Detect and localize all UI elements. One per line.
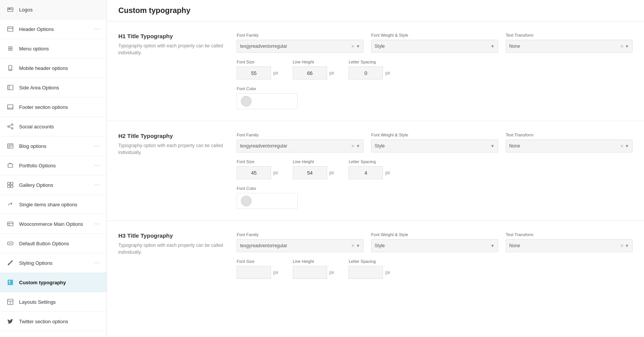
h3-section-left: H3 Title Typography Typography option wi… — [118, 232, 225, 286]
h1-font-family-clear[interactable]: × — [351, 43, 354, 49]
h2-font-family-clear[interactable]: × — [351, 143, 354, 149]
sidebar-item-menu-options[interactable]: Menu options — [0, 39, 107, 58]
h2-font-color-section: Font Color — [237, 186, 633, 209]
button-icon — [6, 239, 15, 248]
sidebar-item-footer[interactable]: Footer section options — [0, 97, 107, 117]
h2-letter-spacing-wrap: px — [349, 166, 390, 179]
h2-text-transform-clear[interactable]: × — [620, 143, 623, 149]
h1-font-family-arrow: ▼ — [356, 44, 360, 49]
sidebar: Logos Header Options ··· Menu options Mo… — [0, 0, 107, 337]
sidebar-item-logos[interactable]: Logos — [0, 0, 107, 19]
h2-letter-spacing-input[interactable] — [349, 166, 383, 179]
h1-font-size-group: Font Size px — [237, 60, 278, 79]
h3-line-height-wrap: px — [293, 266, 334, 279]
sidebar-item-menu-label: Menu options — [19, 46, 100, 52]
h2-letter-spacing-unit: px — [385, 170, 390, 175]
mobile-icon — [6, 64, 15, 72]
h1-text-transform-select[interactable]: None — [509, 44, 620, 49]
sidebar-item-portfolio[interactable]: Portfolio Options ··· — [0, 156, 107, 175]
sidebar-item-twitter[interactable]: Twitter section options — [0, 312, 107, 331]
h2-line-height-input[interactable] — [293, 166, 327, 179]
h1-section-right: Font Family texgyreadventorregular × ▼ F… — [237, 33, 633, 109]
h3-font-family-arrow: ▼ — [356, 243, 360, 248]
h3-font-size-wrap: px — [237, 266, 278, 279]
svg-rect-9 — [9, 65, 12, 71]
sidebar-item-blog[interactable]: Blog options ··· — [0, 136, 107, 156]
h2-color-swatch[interactable] — [237, 193, 298, 209]
svg-rect-28 — [8, 185, 10, 188]
sidebar-item-custom-typography[interactable]: T Custom typography — [0, 273, 107, 292]
h3-line-height-group: Line Height px — [293, 259, 334, 279]
h3-text-transform-select[interactable]: None — [509, 243, 620, 248]
h1-color-swatch[interactable] — [237, 93, 298, 109]
h3-line-height-label: Line Height — [293, 259, 334, 264]
h2-text-transform-select[interactable]: None — [509, 143, 620, 149]
portfolio-icon — [6, 161, 15, 170]
share-icon — [6, 200, 15, 209]
h3-font-weight-select[interactable]: Style — [374, 243, 490, 248]
side-area-icon — [6, 83, 15, 92]
h1-font-weight-select[interactable]: Style — [374, 44, 490, 49]
sidebar-item-styling-label: Styling Options — [19, 260, 94, 266]
h1-row1: Font Family texgyreadventorregular × ▼ F… — [237, 33, 633, 53]
h3-font-family-select-wrapper[interactable]: texgyreadventorregular × ▼ — [237, 239, 363, 252]
twitter-icon — [6, 317, 15, 326]
sidebar-item-styling[interactable]: Styling Options ··· — [0, 253, 107, 273]
sidebar-item-social[interactable]: Social accounts — [0, 117, 107, 136]
h2-font-size-unit: px — [273, 170, 278, 175]
sidebar-item-side-area[interactable]: Side Area Options — [0, 78, 107, 97]
svg-point-17 — [8, 126, 9, 127]
sidebar-item-custom-fonts[interactable]: Aa Custom fonts — [0, 331, 107, 337]
h2-text-transform-select-wrapper[interactable]: None × ▼ — [506, 139, 633, 152]
h1-font-color-label: Font Color — [237, 86, 633, 91]
h2-section-right: Font Family texgyreadventorregular × ▼ F… — [237, 133, 633, 209]
h2-font-family-select[interactable]: texgyreadventorregular — [240, 143, 351, 149]
h3-text-transform-arrow: ▼ — [625, 243, 629, 248]
sidebar-item-layouts[interactable]: Layouts Settings — [0, 292, 107, 312]
h1-font-weight-select-wrapper[interactable]: Style ▼ — [371, 40, 498, 53]
h2-font-family-select-wrapper[interactable]: texgyreadventorregular × ▼ — [237, 139, 363, 152]
h3-font-weight-arrow: ▼ — [491, 243, 495, 248]
h3-font-size-label: Font Size — [237, 259, 278, 264]
h3-letter-spacing-input[interactable] — [349, 266, 383, 279]
sidebar-item-header-options[interactable]: Header Options ··· — [0, 19, 107, 39]
sidebar-item-gallery[interactable]: Gallery Options ··· — [0, 175, 107, 195]
h2-line-height-unit: px — [329, 170, 334, 175]
svg-rect-12 — [8, 85, 13, 90]
h3-row1: Font Family texgyreadventorregular × ▼ F… — [237, 232, 633, 252]
h3-line-height-input[interactable] — [293, 266, 327, 279]
h3-text-transform-label: Text Transform — [506, 232, 633, 237]
h1-letter-spacing-wrap: px — [349, 66, 390, 79]
h2-text-transform-arrow: ▼ — [625, 144, 629, 148]
h3-font-family-select[interactable]: texgyreadventorregular — [240, 243, 351, 248]
h3-letter-spacing-group: Letter Spacing px — [349, 259, 390, 279]
sidebar-item-single-items[interactable]: Single items share options — [0, 195, 107, 214]
sidebar-item-default-button[interactable]: Default Button Options — [0, 234, 107, 253]
h2-font-weight-select-wrapper[interactable]: Style ▼ — [371, 139, 498, 152]
h2-font-weight-select[interactable]: Style — [374, 143, 490, 149]
h1-font-family-select-wrapper[interactable]: texgyreadventorregular × ▼ — [237, 40, 363, 53]
h3-font-size-input[interactable] — [237, 266, 271, 279]
h1-font-size-input[interactable] — [237, 66, 271, 79]
sidebar-item-gallery-label: Gallery Options — [19, 182, 94, 188]
sidebar-item-woocommerce[interactable]: Woocommerce Main Options ··· — [0, 214, 107, 234]
h3-font-weight-label: Font Weight & Style — [371, 232, 498, 237]
h3-font-family-clear[interactable]: × — [351, 243, 354, 249]
h2-font-size-wrap: px — [237, 166, 278, 179]
h3-text-transform-clear[interactable]: × — [620, 243, 623, 249]
sidebar-item-mobile-header[interactable]: Mobile header options — [0, 58, 107, 78]
h1-text-transform-arrow: ▼ — [625, 44, 629, 49]
h1-text-transform-select-wrapper[interactable]: None × ▼ — [506, 40, 633, 53]
h1-line-height-input[interactable] — [293, 66, 327, 79]
h3-font-weight-select-wrapper[interactable]: Style ▼ — [371, 239, 498, 252]
h2-font-size-label: Font Size — [237, 159, 278, 164]
h2-text-transform-group: Text Transform None × ▼ — [506, 133, 633, 152]
h3-text-transform-select-wrapper[interactable]: None × ▼ — [506, 239, 633, 252]
svg-rect-14 — [8, 105, 13, 109]
h2-font-size-input[interactable] — [237, 166, 271, 179]
h1-font-family-select[interactable]: texgyreadventorregular — [240, 44, 351, 49]
h1-font-size-unit: px — [273, 70, 278, 76]
h2-letter-spacing-group: Letter Spacing px — [349, 159, 390, 179]
h1-text-transform-clear[interactable]: × — [620, 43, 623, 49]
h1-letter-spacing-input[interactable] — [349, 66, 383, 79]
